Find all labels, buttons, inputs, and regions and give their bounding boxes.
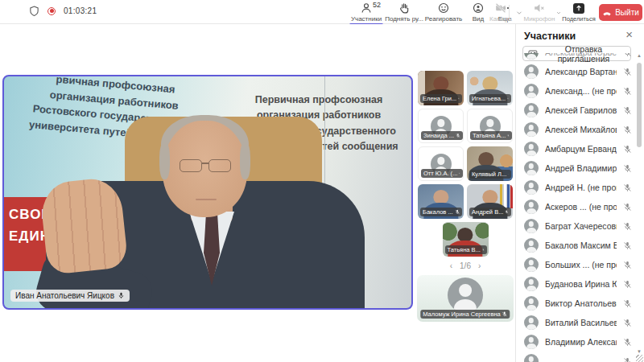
video-tile[interactable]: Андрей В... xyxy=(467,184,513,219)
mic-muted-icon xyxy=(507,133,510,138)
close-icon[interactable]: × xyxy=(625,27,633,41)
mic-muted-icon xyxy=(623,299,632,308)
participant-row[interactable]: Андрей Н. (не проверено) xyxy=(516,178,634,197)
participant-name-tag: Отт Ю.А. (... xyxy=(421,169,463,178)
avatar xyxy=(524,277,539,291)
participant-thumbnails: Елена Гри... Игнатьева... Зинаида ... xyxy=(417,71,514,322)
window-resize-grip[interactable] xyxy=(636,355,643,362)
participant-name-tag: Татьяна А... xyxy=(470,131,512,140)
mic-muted-icon xyxy=(623,241,632,250)
speaker-raised-hand xyxy=(39,176,128,275)
camera-off-icon xyxy=(495,2,506,14)
video-tile[interactable]: Игнатьева... xyxy=(467,71,513,105)
speaker-mouth xyxy=(196,199,217,200)
session-status-group: 01:03:21 xyxy=(29,6,97,16)
meeting-stage: рвичная профсоюзная организация работник… xyxy=(0,24,515,362)
scrollbar-thumb[interactable] xyxy=(637,63,642,147)
avatar xyxy=(448,278,483,313)
mic-muted-icon xyxy=(508,171,509,177)
mic-on-icon xyxy=(118,292,125,299)
scroll-down-icon[interactable]: ▼ xyxy=(635,349,643,354)
mic-muted-icon xyxy=(458,96,460,101)
microphone-options-chevron-icon[interactable] xyxy=(555,2,562,23)
share-button[interactable]: Поделиться xyxy=(562,2,596,23)
participants-button[interactable]: 52 Участники xyxy=(349,2,384,23)
speaker-hair-left xyxy=(159,142,170,179)
avatar-tile[interactable]: Зинаида ... xyxy=(418,109,464,143)
participant-row[interactable]: Виктор Анатольевич Фи... xyxy=(516,294,634,313)
avatar xyxy=(524,238,539,253)
scroll-up-icon[interactable]: ▲ xyxy=(635,53,643,58)
share-screen-icon xyxy=(573,3,584,14)
featured-participant-tile[interactable]: Маломуж Ирина Сергеевна xyxy=(417,275,514,322)
participant-row[interactable]: Аскеров ... (не проверено) xyxy=(516,197,634,216)
participant-name-tag: Андрей В... xyxy=(469,208,511,216)
participant-row[interactable]: Больших ... (не проверено) xyxy=(516,255,634,274)
participants-panel: Участники × Отправка приглашения Алексан… xyxy=(515,24,644,362)
pagination-page-indicator: 1/6 xyxy=(460,261,471,270)
mic-muted-icon xyxy=(507,96,509,101)
mic-muted-icon xyxy=(623,125,632,134)
camera-options-chevron-icon[interactable] xyxy=(515,2,523,23)
mic-muted-icon xyxy=(623,106,632,115)
view-icon xyxy=(473,2,484,14)
participants-count-badge: 52 xyxy=(373,1,381,9)
video-tile[interactable]: Татьяна В... xyxy=(443,222,489,257)
react-button[interactable]: Реагировать xyxy=(424,2,463,23)
participant-row[interactable]: Бакалов Максим Владим... xyxy=(516,236,634,255)
mic-muted-icon xyxy=(502,311,508,317)
mic-muted-icon xyxy=(623,164,632,173)
participant-row[interactable]: Амбарцум Ервандович Х... xyxy=(516,139,634,158)
participant-row[interactable] xyxy=(516,352,634,362)
mic-muted-icon xyxy=(623,280,632,289)
mic-muted-icon xyxy=(623,145,632,154)
microphone-button[interactable]: Микрофон xyxy=(523,2,555,23)
mic-muted-icon xyxy=(623,53,632,57)
participant-name-tag: Бакалов ... xyxy=(420,208,462,216)
video-tile[interactable]: Елена Гри... xyxy=(418,71,464,105)
raise-hand-button[interactable]: Поднять ру... xyxy=(386,2,422,23)
mic-muted-icon xyxy=(456,133,460,138)
main-speaker-video[interactable]: рвичная профсоюзная организация работник… xyxy=(2,75,413,310)
participant-row[interactable]: Александр Вартанович Ч... xyxy=(516,62,634,81)
participant-row[interactable]: Виталий Васильевич Ша... xyxy=(516,313,634,332)
participant-row[interactable]: Буданова Ирина Юрьевна xyxy=(516,274,634,294)
raise-hand-icon xyxy=(398,2,410,14)
participant-row[interactable]: Баграт Хачересович Куль... xyxy=(516,216,634,236)
participant-row[interactable]: Александ... (не проверено) xyxy=(516,81,634,101)
video-tile[interactable]: Бакалов ... xyxy=(418,184,464,219)
participant-name-tag: Татьяна В... xyxy=(445,245,487,254)
security-shield-icon xyxy=(29,6,39,16)
thumbnails-pagination: ‹ 1/6 › xyxy=(417,261,514,270)
camera-button[interactable]: Камера xyxy=(486,2,515,23)
avatar xyxy=(524,180,539,195)
participant-name-tag: Елена Гри... xyxy=(420,94,462,103)
avatar xyxy=(524,53,539,60)
participant-row[interactable]: Александра Юрьевна Бер... xyxy=(516,53,634,62)
mic-muted-icon xyxy=(459,171,460,176)
panel-title: Участники xyxy=(524,31,576,42)
smiley-icon xyxy=(438,2,449,14)
call-timer: 01:03:21 xyxy=(64,6,97,15)
mic-muted-icon xyxy=(623,261,632,269)
participant-name-tag: Зинаида ... xyxy=(421,131,463,140)
participant-row[interactable]: Алексей Гаврилович Плу... xyxy=(516,101,634,120)
pagination-next-icon[interactable]: › xyxy=(478,261,481,270)
pagination-prev-icon[interactable]: ‹ xyxy=(450,261,452,270)
video-tile[interactable]: Кулявый Л... xyxy=(467,146,513,181)
participant-row[interactable]: Алексей Михайлович Ля... xyxy=(516,120,634,139)
leave-call-button[interactable]: Выйти xyxy=(599,4,642,21)
avatar xyxy=(524,122,539,137)
participant-row[interactable]: Владимир Александрови... xyxy=(516,332,634,352)
avatar xyxy=(524,161,539,175)
avatar xyxy=(524,296,539,311)
participants-list: Александра Юрьевна Бер... Александр Варт… xyxy=(516,53,634,362)
mic-muted-icon xyxy=(623,338,632,347)
mic-muted-icon xyxy=(505,209,509,215)
avatar xyxy=(524,64,539,79)
recording-indicator-icon xyxy=(47,7,56,15)
mic-muted-icon xyxy=(623,87,632,96)
avatar-tile[interactable]: Татьяна А... xyxy=(467,109,513,143)
participant-row[interactable]: Андрей Владимирович ... xyxy=(516,158,634,178)
avatar-tile[interactable]: Отт Ю.А. (... xyxy=(418,146,464,181)
